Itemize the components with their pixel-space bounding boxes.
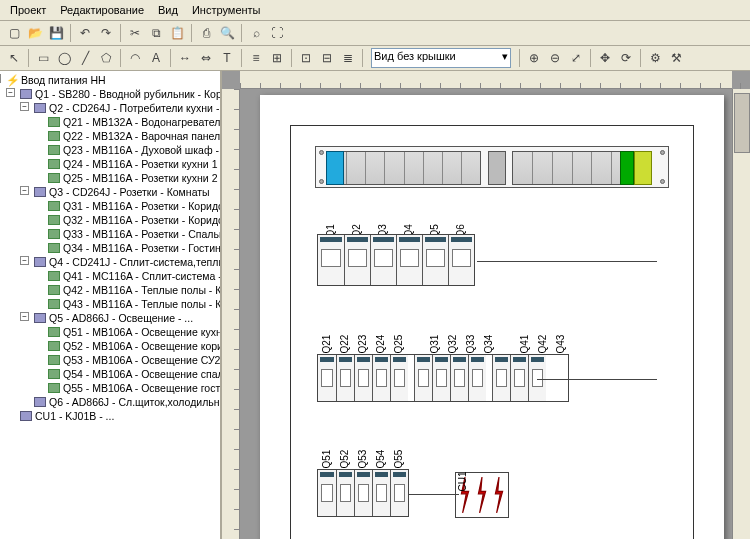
breaker-Q4[interactable] [396,235,422,285]
dim-a-button[interactable]: ↔ [175,48,195,68]
pan-button[interactable]: ✥ [595,48,615,68]
breaker-Q3[interactable] [370,235,396,285]
save-button[interactable]: 💾 [46,23,66,43]
tree-toggle[interactable]: − [6,88,15,97]
breaker-Q51[interactable] [318,470,336,516]
breaker-Q32[interactable] [432,355,450,401]
print-button[interactable]: ⎙ [196,23,216,43]
menu-project[interactable]: Проект [4,2,52,18]
rect-button[interactable]: ▭ [33,48,53,68]
redo-button[interactable]: ↷ [96,23,116,43]
breaker-Q34[interactable] [468,355,486,401]
tree-item-Q3[interactable]: Q3 - CD264J - Розетки - Комнаты [32,185,220,199]
tree-item-CU1[interactable]: CU1 - KJ01B - ... [18,409,220,423]
breaker-Q52[interactable] [336,470,354,516]
scrollbar-vertical[interactable] [732,89,750,539]
tree-item-Q33[interactable]: Q33 - MB116A - Розетки - Спальня [46,227,220,241]
zoom-in-button[interactable]: ⊕ [524,48,544,68]
tree-item-Q41[interactable]: Q41 - MC116A - Сплит-система - Го [46,269,220,283]
breaker-Q2[interactable] [344,235,370,285]
dim-b-button[interactable]: ⇔ [196,48,216,68]
tree-toggle[interactable]: − [20,312,29,321]
arc-button[interactable]: ◠ [125,48,145,68]
tree-item-Q52[interactable]: Q52 - MB106A - Освещение коридо [46,339,220,353]
tree-toggle[interactable]: − [20,256,29,265]
line-button[interactable]: ╱ [75,48,95,68]
tree-item-Q32[interactable]: Q32 - MB116A - Розетки - Коридор [46,213,220,227]
breaker-Q23[interactable] [354,355,372,401]
tree-item-Q21[interactable]: Q21 - MB132A - Водонагреватель - [46,115,220,129]
tree-toggle[interactable]: − [20,186,29,195]
poly-button[interactable]: ⬠ [96,48,116,68]
tree-item-Q43[interactable]: Q43 - MB116A - Теплые полы - Кор [46,297,220,311]
text-button[interactable]: A [146,48,166,68]
breaker-Q21[interactable] [318,355,336,401]
tree-item-Q2[interactable]: Q2 - CD264J - Потребители кухни - Кух [32,101,220,115]
terminal-block-neutral[interactable] [326,151,481,185]
dim-c-button[interactable]: T [217,48,237,68]
breaker-Q22[interactable] [336,355,354,401]
tree-root[interactable]: ⚡Ввод питания НН [4,73,220,87]
open-button[interactable]: 📂 [25,23,45,43]
breaker-Q25[interactable] [390,355,408,401]
terminal-block-bridge[interactable] [488,151,506,185]
breaker-Q55[interactable] [390,470,408,516]
zoom-out-button[interactable]: ⊖ [545,48,565,68]
tree-toggle[interactable]: − [20,102,29,111]
tree-toggle[interactable]: − [0,74,1,83]
tree-item-Q24[interactable]: Q24 - MB116A - Розетки кухни 1 - К [46,157,220,171]
tree-item-Q5[interactable]: Q5 - AD866J - Освещение - ... [32,311,220,325]
drawing-page[interactable]: Q1Q2Q3Q4Q5Q6 Q21Q22Q23Q24Q25Q31Q32Q33Q34… [260,95,724,539]
breaker-Q54[interactable] [372,470,390,516]
tree-item-Q25[interactable]: Q25 - MB116A - Розетки кухни 2 - К [46,171,220,185]
breaker-Q41[interactable] [492,355,510,401]
breaker-Q43[interactable] [528,355,546,401]
tree-item-Q34[interactable]: Q34 - MB116A - Розетки - Гостина [46,241,220,255]
align-button[interactable]: ≣ [338,48,358,68]
tree-item-Q4[interactable]: Q4 - CD241J - Сплит-система,теплые - [32,255,220,269]
tree-item-Q55[interactable]: Q55 - MB106A - Освещение гостин [46,381,220,395]
tree-item-Q22[interactable]: Q22 - MB132A - Варочная панель - [46,129,220,143]
cut-button[interactable]: ✂ [125,23,145,43]
cursor-button[interactable]: ↖ [4,48,24,68]
menu-tools[interactable]: Инструменты [186,2,267,18]
breaker-Q42[interactable] [510,355,528,401]
zoom-region-button[interactable]: ⌕ [246,23,266,43]
tree-item-Q42[interactable]: Q42 - MB116A - Теплые полы - Кух [46,283,220,297]
zoom-ext-button[interactable]: ⤢ [566,48,586,68]
breaker-Q24[interactable] [372,355,390,401]
tree-item-Q23[interactable]: Q23 - MB116A - Духовой шкаф - К [46,143,220,157]
menu-view[interactable]: Вид [152,2,184,18]
breaker-Q53[interactable] [354,470,372,516]
terminal-block-frame[interactable] [315,146,669,188]
undo-button[interactable]: ↶ [75,23,95,43]
layers-button[interactable]: ≡ [246,48,266,68]
tree-item-Q31[interactable]: Q31 - MB116A - Розетки - Коридор [46,199,220,213]
breaker-Q1[interactable] [318,235,344,285]
tree-item-Q51[interactable]: Q51 - MB106A - Освещение кухни - [46,325,220,339]
ungroup-button[interactable]: ⊟ [317,48,337,68]
tree-item-Q53[interactable]: Q53 - MB106A - Освещение СУ2,ко [46,353,220,367]
group-button[interactable]: ⊡ [296,48,316,68]
tree-item-Q6[interactable]: Q6 - AD866J - Сл.щиток,холодильник - [32,395,220,409]
breaker-Q6[interactable] [448,235,474,285]
project-tree[interactable]: −⚡Ввод питания НН−Q1 - SB280 - Вводной р… [0,71,220,539]
breaker-Q31[interactable] [414,355,432,401]
terminal-block-ground[interactable] [512,151,652,185]
breaker-Q5[interactable] [422,235,448,285]
copy-button[interactable]: ⧉ [146,23,166,43]
cfg2-button[interactable]: ⚒ [666,48,686,68]
breaker-Q33[interactable] [450,355,468,401]
new-button[interactable]: ▢ [4,23,24,43]
tree-item-Q54[interactable]: Q54 - MB106A - Освещение спальн [46,367,220,381]
cfg1-button[interactable]: ⚙ [645,48,665,68]
view-mode-select[interactable]: Вид без крышки▾ [371,48,511,68]
zoom-fit-button[interactable]: ⛶ [267,23,287,43]
paste-button[interactable]: 📋 [167,23,187,43]
tree-item-Q1[interactable]: Q1 - SB280 - Вводной рубильник - Коридо [18,87,220,101]
circle-button[interactable]: ◯ [54,48,74,68]
print-preview-button[interactable]: 🔍 [217,23,237,43]
menu-edit[interactable]: Редактирование [54,2,150,18]
drawing-canvas[interactable]: Q1Q2Q3Q4Q5Q6 Q21Q22Q23Q24Q25Q31Q32Q33Q34… [222,71,750,539]
refresh-button[interactable]: ⟳ [616,48,636,68]
